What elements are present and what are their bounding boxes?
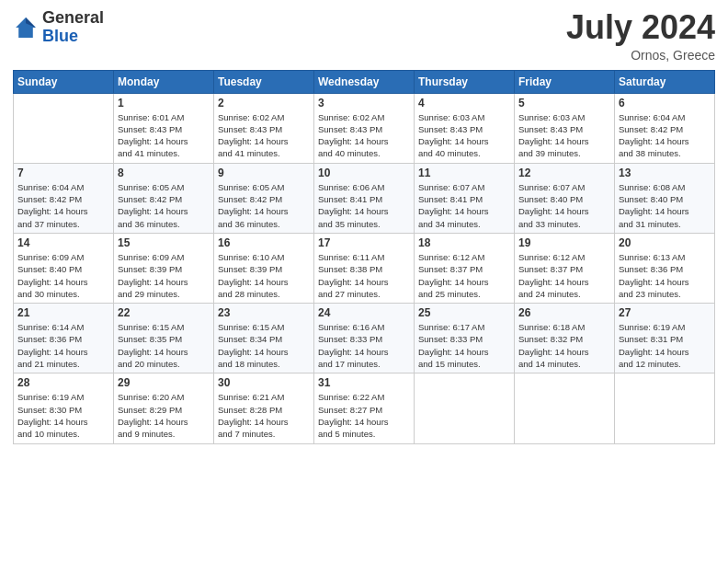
day-number: 7: [17, 167, 109, 179]
day-number: 6: [619, 97, 711, 109]
day-cell: 26Sunrise: 6:18 AM Sunset: 8:32 PM Dayli…: [515, 304, 615, 373]
weekday-header-wednesday: Wednesday: [314, 70, 415, 93]
day-number: 26: [518, 306, 610, 319]
logo: General Blue: [13, 9, 104, 46]
day-number: 5: [518, 97, 610, 109]
day-cell: 15Sunrise: 6:09 AM Sunset: 8:39 PM Dayli…: [114, 233, 214, 303]
weekday-header-friday: Friday: [515, 70, 615, 93]
day-cell: 10Sunrise: 6:06 AM Sunset: 8:41 PM Dayli…: [314, 163, 415, 233]
day-cell: 17Sunrise: 6:11 AM Sunset: 8:38 PM Dayli…: [314, 233, 415, 303]
day-cell: 27Sunrise: 6:19 AM Sunset: 8:31 PM Dayli…: [615, 304, 715, 373]
week-row-3: 14Sunrise: 6:09 AM Sunset: 8:40 PM Dayli…: [14, 233, 715, 303]
day-number: 17: [318, 236, 410, 249]
day-number: 1: [118, 97, 210, 109]
day-cell: 23Sunrise: 6:15 AM Sunset: 8:34 PM Dayli…: [214, 304, 314, 373]
day-info: Sunrise: 6:02 AM Sunset: 8:43 PM Dayligh…: [218, 111, 310, 160]
day-info: Sunrise: 6:15 AM Sunset: 8:34 PM Dayligh…: [218, 321, 310, 370]
day-number: 14: [17, 236, 109, 249]
day-number: 21: [17, 306, 109, 319]
day-cell: 13Sunrise: 6:08 AM Sunset: 8:40 PM Dayli…: [615, 163, 715, 233]
day-cell: 21Sunrise: 6:14 AM Sunset: 8:36 PM Dayli…: [14, 304, 114, 373]
day-number: 9: [218, 167, 310, 179]
day-number: 3: [318, 97, 410, 109]
day-info: Sunrise: 6:12 AM Sunset: 8:37 PM Dayligh…: [518, 251, 610, 300]
day-number: 31: [318, 376, 410, 389]
day-info: Sunrise: 6:19 AM Sunset: 8:30 PM Dayligh…: [17, 391, 109, 440]
day-number: 12: [518, 167, 610, 179]
day-cell: 1Sunrise: 6:01 AM Sunset: 8:43 PM Daylig…: [114, 93, 214, 163]
day-cell: 29Sunrise: 6:20 AM Sunset: 8:29 PM Dayli…: [114, 373, 214, 443]
day-cell: 11Sunrise: 6:07 AM Sunset: 8:41 PM Dayli…: [415, 163, 515, 233]
day-info: Sunrise: 6:20 AM Sunset: 8:29 PM Dayligh…: [118, 391, 210, 440]
day-info: Sunrise: 6:19 AM Sunset: 8:31 PM Dayligh…: [619, 321, 711, 370]
week-row-4: 21Sunrise: 6:14 AM Sunset: 8:36 PM Dayli…: [14, 304, 715, 373]
day-number: 29: [118, 376, 210, 389]
day-number: 23: [218, 306, 310, 319]
day-number: 15: [118, 236, 210, 249]
day-number: 27: [619, 306, 711, 319]
location: Ornos, Greece: [566, 48, 715, 63]
day-number: 2: [218, 97, 310, 109]
weekday-header-sunday: Sunday: [14, 70, 114, 93]
day-number: 16: [218, 236, 310, 249]
day-info: Sunrise: 6:04 AM Sunset: 8:42 PM Dayligh…: [619, 111, 711, 160]
month-year: July 2024: [566, 9, 715, 46]
day-info: Sunrise: 6:10 AM Sunset: 8:39 PM Dayligh…: [218, 251, 310, 300]
day-info: Sunrise: 6:11 AM Sunset: 8:38 PM Dayligh…: [318, 251, 410, 300]
week-row-2: 7Sunrise: 6:04 AM Sunset: 8:42 PM Daylig…: [14, 163, 715, 233]
day-number: 28: [17, 376, 109, 389]
day-info: Sunrise: 6:09 AM Sunset: 8:39 PM Dayligh…: [118, 251, 210, 300]
day-cell: [415, 373, 515, 443]
weekday-header-row: SundayMondayTuesdayWednesdayThursdayFrid…: [14, 70, 715, 93]
day-cell: 30Sunrise: 6:21 AM Sunset: 8:28 PM Dayli…: [214, 373, 314, 443]
day-number: 30: [218, 376, 310, 389]
week-row-5: 28Sunrise: 6:19 AM Sunset: 8:30 PM Dayli…: [14, 373, 715, 443]
day-number: 4: [418, 97, 510, 109]
day-info: Sunrise: 6:06 AM Sunset: 8:41 PM Dayligh…: [318, 181, 410, 230]
day-cell: 7Sunrise: 6:04 AM Sunset: 8:42 PM Daylig…: [14, 163, 114, 233]
day-number: 19: [518, 236, 610, 249]
day-info: Sunrise: 6:05 AM Sunset: 8:42 PM Dayligh…: [218, 181, 310, 230]
day-cell: [515, 373, 615, 443]
day-info: Sunrise: 6:02 AM Sunset: 8:43 PM Dayligh…: [318, 111, 410, 160]
day-info: Sunrise: 6:22 AM Sunset: 8:27 PM Dayligh…: [318, 391, 410, 440]
day-info: Sunrise: 6:12 AM Sunset: 8:37 PM Dayligh…: [418, 251, 510, 300]
day-info: Sunrise: 6:21 AM Sunset: 8:28 PM Dayligh…: [218, 391, 310, 440]
day-cell: 31Sunrise: 6:22 AM Sunset: 8:27 PM Dayli…: [314, 373, 415, 443]
logo-blue-text: Blue: [42, 27, 78, 45]
day-info: Sunrise: 6:17 AM Sunset: 8:33 PM Dayligh…: [418, 321, 510, 370]
day-info: Sunrise: 6:13 AM Sunset: 8:36 PM Dayligh…: [619, 251, 711, 300]
day-cell: 19Sunrise: 6:12 AM Sunset: 8:37 PM Dayli…: [515, 233, 615, 303]
day-number: 25: [418, 306, 510, 319]
weekday-header-monday: Monday: [114, 70, 214, 93]
day-cell: 6Sunrise: 6:04 AM Sunset: 8:42 PM Daylig…: [615, 93, 715, 163]
day-info: Sunrise: 6:07 AM Sunset: 8:41 PM Dayligh…: [418, 181, 510, 230]
day-cell: 12Sunrise: 6:07 AM Sunset: 8:40 PM Dayli…: [515, 163, 615, 233]
day-cell: 4Sunrise: 6:03 AM Sunset: 8:43 PM Daylig…: [415, 93, 515, 163]
day-number: 10: [318, 167, 410, 179]
day-cell: 2Sunrise: 6:02 AM Sunset: 8:43 PM Daylig…: [214, 93, 314, 163]
calendar: SundayMondayTuesdayWednesdayThursdayFrid…: [13, 70, 715, 444]
day-info: Sunrise: 6:14 AM Sunset: 8:36 PM Dayligh…: [17, 321, 109, 370]
day-cell: 24Sunrise: 6:16 AM Sunset: 8:33 PM Dayli…: [314, 304, 415, 373]
day-info: Sunrise: 6:03 AM Sunset: 8:43 PM Dayligh…: [418, 111, 510, 160]
week-row-1: 1Sunrise: 6:01 AM Sunset: 8:43 PM Daylig…: [14, 93, 715, 163]
logo-icon: [13, 15, 39, 40]
title-block: July 2024 Ornos, Greece: [566, 9, 715, 63]
day-number: 11: [418, 167, 510, 179]
day-cell: 20Sunrise: 6:13 AM Sunset: 8:36 PM Dayli…: [615, 233, 715, 303]
page: General Blue July 2024 Ornos, Greece Sun…: [0, 0, 728, 563]
day-number: 22: [118, 306, 210, 319]
weekday-header-saturday: Saturday: [615, 70, 715, 93]
day-info: Sunrise: 6:18 AM Sunset: 8:32 PM Dayligh…: [518, 321, 610, 370]
day-number: 13: [619, 167, 711, 179]
day-cell: 9Sunrise: 6:05 AM Sunset: 8:42 PM Daylig…: [214, 163, 314, 233]
day-cell: 18Sunrise: 6:12 AM Sunset: 8:37 PM Dayli…: [415, 233, 515, 303]
day-info: Sunrise: 6:16 AM Sunset: 8:33 PM Dayligh…: [318, 321, 410, 370]
day-cell: 8Sunrise: 6:05 AM Sunset: 8:42 PM Daylig…: [114, 163, 214, 233]
day-number: 18: [418, 236, 510, 249]
day-cell: [615, 373, 715, 443]
weekday-header-thursday: Thursday: [415, 70, 515, 93]
weekday-header-tuesday: Tuesday: [214, 70, 314, 93]
day-info: Sunrise: 6:09 AM Sunset: 8:40 PM Dayligh…: [17, 251, 109, 300]
